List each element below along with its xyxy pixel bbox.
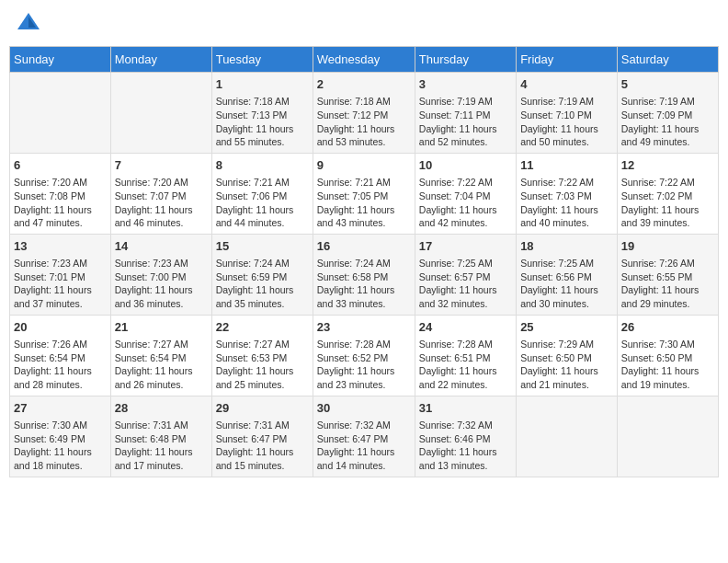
day-info-line: Sunset: 6:50 PM xyxy=(621,351,714,365)
day-number: 19 xyxy=(621,238,714,255)
day-number: 23 xyxy=(317,319,411,336)
day-info-line: Daylight: 11 hours and 43 minutes. xyxy=(317,203,411,230)
day-cell xyxy=(517,396,618,477)
day-info-line: Sunrise: 7:23 AM xyxy=(115,257,208,270)
day-cell: 21Sunrise: 7:27 AMSunset: 6:54 PMDayligh… xyxy=(110,315,211,396)
day-info-line: Sunset: 7:11 PM xyxy=(419,109,512,122)
day-info-line: Daylight: 11 hours and 39 minutes. xyxy=(621,203,714,230)
day-info-line: Sunset: 7:02 PM xyxy=(621,190,714,203)
day-info-line: Daylight: 11 hours and 42 minutes. xyxy=(419,203,512,230)
day-info-line: Daylight: 11 hours and 32 minutes. xyxy=(419,283,512,310)
day-info-line: Daylight: 11 hours and 13 minutes. xyxy=(419,445,512,472)
day-info-line: Daylight: 11 hours and 22 minutes. xyxy=(419,364,512,391)
day-info-line: Sunset: 7:00 PM xyxy=(115,270,208,284)
day-info-line: Sunrise: 7:26 AM xyxy=(621,257,714,270)
day-cell: 2Sunrise: 7:18 AMSunset: 7:12 PMDaylight… xyxy=(313,73,415,154)
day-number: 18 xyxy=(520,238,613,255)
day-cell: 1Sunrise: 7:18 AMSunset: 7:13 PMDaylight… xyxy=(211,73,313,154)
logo-icon xyxy=(16,9,41,39)
day-info-line: Sunset: 7:10 PM xyxy=(520,109,613,122)
day-info-line: Sunrise: 7:21 AM xyxy=(216,176,309,190)
day-number: 6 xyxy=(14,157,107,174)
day-info-line: Sunrise: 7:22 AM xyxy=(520,176,613,190)
day-info-line: Daylight: 11 hours and 23 minutes. xyxy=(317,364,411,391)
day-cell: 27Sunrise: 7:30 AMSunset: 6:49 PMDayligh… xyxy=(10,396,111,477)
day-number: 25 xyxy=(520,319,613,336)
day-info-line: Sunset: 6:47 PM xyxy=(216,432,309,446)
week-row-2: 6Sunrise: 7:20 AMSunset: 7:08 PMDaylight… xyxy=(10,153,719,234)
day-number: 22 xyxy=(216,319,309,336)
day-info-line: Daylight: 11 hours and 19 minutes. xyxy=(621,364,714,391)
day-cell: 14Sunrise: 7:23 AMSunset: 7:00 PMDayligh… xyxy=(110,234,211,315)
day-info-line: Sunrise: 7:32 AM xyxy=(317,419,411,432)
column-header-wednesday: Wednesday xyxy=(313,47,415,73)
day-info-line: Sunset: 6:54 PM xyxy=(14,351,107,365)
day-info-line: Sunrise: 7:21 AM xyxy=(317,176,411,190)
day-info-line: Daylight: 11 hours and 18 minutes. xyxy=(14,445,107,472)
day-cell: 10Sunrise: 7:22 AMSunset: 7:04 PMDayligh… xyxy=(415,153,516,234)
day-info-line: Sunrise: 7:26 AM xyxy=(14,338,107,351)
day-cell: 31Sunrise: 7:32 AMSunset: 6:46 PMDayligh… xyxy=(415,396,516,477)
day-info-line: Sunset: 6:46 PM xyxy=(419,432,512,446)
day-info-line: Sunset: 7:03 PM xyxy=(520,190,613,203)
day-cell: 3Sunrise: 7:19 AMSunset: 7:11 PMDaylight… xyxy=(415,73,516,154)
day-cell xyxy=(10,73,111,154)
day-info-line: Sunrise: 7:31 AM xyxy=(115,419,208,432)
column-header-sunday: Sunday xyxy=(10,47,111,73)
day-info-line: Daylight: 11 hours and 36 minutes. xyxy=(115,283,208,310)
day-info-line: Sunrise: 7:25 AM xyxy=(520,257,613,270)
day-cell: 9Sunrise: 7:21 AMSunset: 7:05 PMDaylight… xyxy=(313,153,415,234)
column-header-monday: Monday xyxy=(110,47,211,73)
day-info-line: Daylight: 11 hours and 52 minutes. xyxy=(419,122,512,149)
day-cell: 26Sunrise: 7:30 AMSunset: 6:50 PMDayligh… xyxy=(617,315,718,396)
day-cell: 11Sunrise: 7:22 AMSunset: 7:03 PMDayligh… xyxy=(517,153,618,234)
day-info-line: Sunrise: 7:27 AM xyxy=(216,338,309,351)
day-info-line: Daylight: 11 hours and 53 minutes. xyxy=(317,122,411,149)
day-info-line: Sunrise: 7:29 AM xyxy=(520,338,613,351)
week-row-3: 13Sunrise: 7:23 AMSunset: 7:01 PMDayligh… xyxy=(10,234,719,315)
day-info-line: Sunset: 6:57 PM xyxy=(419,270,512,284)
column-header-tuesday: Tuesday xyxy=(211,47,313,73)
day-number: 11 xyxy=(520,157,613,174)
day-info-line: Sunrise: 7:28 AM xyxy=(317,338,411,351)
day-number: 16 xyxy=(317,238,411,255)
day-number: 20 xyxy=(14,319,107,336)
day-number: 28 xyxy=(115,400,208,417)
day-cell: 16Sunrise: 7:24 AMSunset: 6:58 PMDayligh… xyxy=(313,234,415,315)
day-cell: 20Sunrise: 7:26 AMSunset: 6:54 PMDayligh… xyxy=(10,315,111,396)
day-number: 30 xyxy=(317,400,411,417)
day-info-line: Sunrise: 7:27 AM xyxy=(115,338,208,351)
day-number: 10 xyxy=(419,157,512,174)
day-cell: 24Sunrise: 7:28 AMSunset: 6:51 PMDayligh… xyxy=(415,315,516,396)
day-info-line: Sunrise: 7:28 AM xyxy=(419,338,512,351)
day-number: 29 xyxy=(216,400,309,417)
day-cell: 13Sunrise: 7:23 AMSunset: 7:01 PMDayligh… xyxy=(10,234,111,315)
day-info-line: Sunset: 7:13 PM xyxy=(216,109,309,122)
day-info-line: Sunset: 6:58 PM xyxy=(317,270,411,284)
day-number: 27 xyxy=(14,400,107,417)
day-info-line: Daylight: 11 hours and 55 minutes. xyxy=(216,122,309,149)
day-info-line: Daylight: 11 hours and 21 minutes. xyxy=(520,364,613,391)
day-info-line: Daylight: 11 hours and 47 minutes. xyxy=(14,203,107,230)
day-cell: 29Sunrise: 7:31 AMSunset: 6:47 PMDayligh… xyxy=(211,396,313,477)
day-cell: 6Sunrise: 7:20 AMSunset: 7:08 PMDaylight… xyxy=(10,153,111,234)
day-info-line: Sunrise: 7:22 AM xyxy=(419,176,512,190)
day-cell: 19Sunrise: 7:26 AMSunset: 6:55 PMDayligh… xyxy=(617,234,718,315)
day-info-line: Sunset: 7:08 PM xyxy=(14,190,107,203)
day-number: 17 xyxy=(419,238,512,255)
day-cell: 8Sunrise: 7:21 AMSunset: 7:06 PMDaylight… xyxy=(211,153,313,234)
day-info-line: Daylight: 11 hours and 49 minutes. xyxy=(621,122,714,149)
day-number: 5 xyxy=(621,76,714,93)
day-info-line: Daylight: 11 hours and 28 minutes. xyxy=(14,364,107,391)
day-info-line: Sunset: 6:48 PM xyxy=(115,432,208,446)
day-info-line: Sunrise: 7:25 AM xyxy=(419,257,512,270)
day-info-line: Sunset: 6:51 PM xyxy=(419,351,512,365)
day-info-line: Daylight: 11 hours and 17 minutes. xyxy=(115,445,208,472)
day-info-line: Sunset: 7:12 PM xyxy=(317,109,411,122)
week-row-1: 1Sunrise: 7:18 AMSunset: 7:13 PMDaylight… xyxy=(10,73,719,154)
day-number: 24 xyxy=(419,319,512,336)
day-cell: 18Sunrise: 7:25 AMSunset: 6:56 PMDayligh… xyxy=(517,234,618,315)
day-number: 31 xyxy=(419,400,512,417)
day-number: 26 xyxy=(621,319,714,336)
day-number: 13 xyxy=(14,238,107,255)
